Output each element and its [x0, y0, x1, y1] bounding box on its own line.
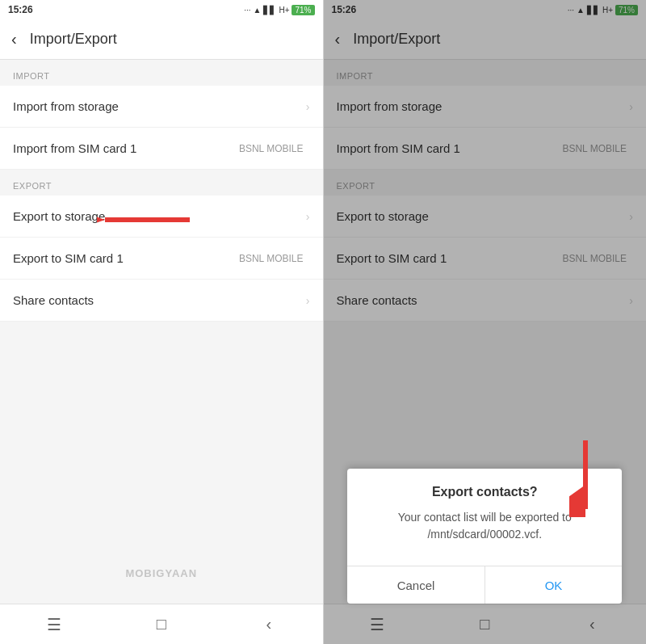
left-import-storage-item[interactable]: Import from storage › — [0, 86, 323, 128]
left-back-button[interactable]: ‹ — [11, 30, 17, 48]
left-export-storage-chevron: › — [306, 210, 310, 223]
left-time: 15:26 — [8, 4, 33, 15]
dialog-buttons: Cancel OK — [347, 566, 622, 604]
battery-label: 71% — [292, 5, 314, 15]
left-menu-nav-button[interactable]: ☰ — [34, 604, 74, 645]
dialog-overlay: Export contacts? Your contact list will … — [324, 0, 647, 644]
left-share-contacts-item[interactable]: Share contacts › — [0, 280, 323, 322]
left-import-section: IMPORT Import from storage › Import from… — [0, 60, 323, 170]
left-share-contacts-label: Share contacts — [13, 293, 306, 307]
left-export-sim-badge: BSNL MOBILE — [239, 253, 304, 264]
network-icon: H+ — [279, 6, 289, 15]
dots-icon: ··· — [244, 6, 250, 15]
left-export-storage-label: Export to storage — [13, 209, 306, 223]
signal-icon: ▋▋ — [263, 6, 276, 15]
wifi-icon: ▲ — [254, 6, 262, 15]
left-import-sim-badge: BSNL MOBILE — [239, 143, 304, 154]
left-nav-bar: ☰ □ ‹ — [0, 604, 323, 644]
red-arrow-down — [569, 436, 602, 517]
right-phone-panel: 15:26 ··· ▲ ▋▋ H+ 71% ‹ Import/Export IM… — [324, 0, 647, 644]
left-export-sim-item[interactable]: Export to SIM card 1 BSNL MOBILE — [0, 238, 323, 280]
left-import-storage-label: Import from storage — [13, 99, 306, 113]
left-content: IMPORT Import from storage › Import from… — [0, 60, 323, 604]
left-export-storage-item[interactable]: Export to storage › — [0, 196, 323, 238]
left-back-nav-button[interactable]: ‹ — [249, 604, 289, 645]
left-status-icons: ··· ▲ ▋▋ H+ 71% — [244, 5, 314, 15]
left-phone-panel: 15:26 ··· ▲ ▋▋ H+ 71% ‹ Import/Export IM… — [0, 0, 323, 644]
left-export-header: EXPORT — [0, 170, 323, 196]
dialog-cancel-button[interactable]: Cancel — [347, 566, 485, 604]
left-export-section: EXPORT Export to storage › Export to SIM… — [0, 170, 323, 322]
left-app-bar: ‹ Import/Export — [0, 19, 323, 60]
left-export-sim-label: Export to SIM card 1 — [13, 251, 239, 265]
dialog-ok-button[interactable]: OK — [485, 566, 623, 604]
left-import-storage-chevron: › — [306, 100, 310, 113]
left-import-sim-item[interactable]: Import from SIM card 1 BSNL MOBILE — [0, 128, 323, 170]
left-home-nav-button[interactable]: □ — [141, 604, 182, 645]
left-page-title: Import/Export — [30, 31, 117, 48]
left-import-sim-label: Import from SIM card 1 — [13, 141, 239, 155]
left-status-bar: 15:26 ··· ▲ ▋▋ H+ 71% — [0, 0, 323, 19]
left-import-header: IMPORT — [0, 60, 323, 86]
left-share-chevron: › — [306, 294, 310, 307]
